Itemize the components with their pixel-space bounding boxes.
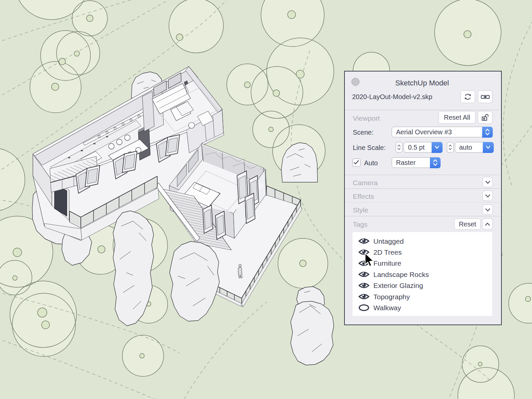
svg-text:Exterior Glazing: Exterior Glazing: [373, 282, 423, 289]
svg-text:Untagged: Untagged: [373, 237, 404, 245]
svg-text:2D Trees: 2D Trees: [373, 248, 402, 256]
svg-text:Walkway: Walkway: [373, 304, 401, 312]
svg-text:Furniture: Furniture: [373, 259, 401, 267]
svg-text:Landscape Rocks: Landscape Rocks: [373, 271, 429, 278]
svg-text:Topography: Topography: [373, 293, 410, 301]
